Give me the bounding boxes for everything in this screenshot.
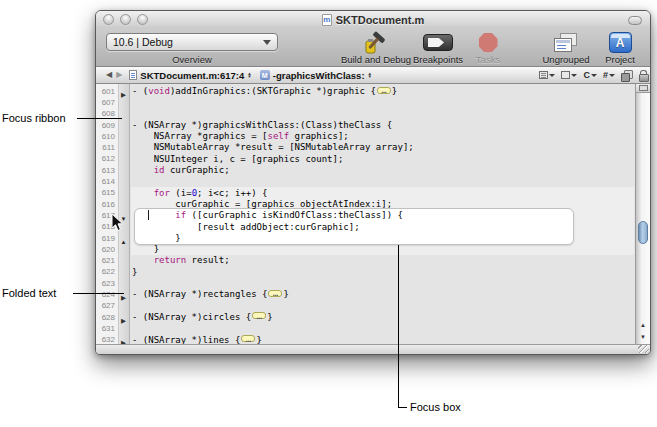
- code-line-613: 613 id curGraphic;: [96, 165, 634, 176]
- code-text: }: [130, 267, 137, 278]
- pragma-marks-menu[interactable]: #: [603, 70, 615, 80]
- tasks-button: Tasks: [463, 30, 513, 65]
- code-line-624: 624▶- (NSArray *)rectangles {…}: [96, 289, 634, 300]
- code-line-608: 608: [96, 109, 634, 120]
- code-text: NSMutableArray *result = [NSMutableArray…: [130, 142, 414, 153]
- code-editor[interactable]: 601▶- (void)addInGraphics:(SKTGraphic *)…: [96, 84, 650, 344]
- resize-grip[interactable]: [638, 345, 649, 353]
- line-number: 621: [96, 257, 117, 265]
- minimize-button[interactable]: [120, 14, 131, 25]
- mouse-cursor-icon: [111, 213, 124, 232]
- focus-ribbon-cell[interactable]: ▶: [117, 332, 130, 344]
- chevron-down-icon: [549, 74, 555, 77]
- code-text: - (NSArray *)circles {…}: [130, 312, 273, 323]
- ungrouped-icon: [531, 30, 601, 55]
- focus-ribbon-cell[interactable]: ▶: [117, 84, 130, 100]
- zoom-button[interactable]: [137, 14, 148, 25]
- class-hierarchy-menu[interactable]: C: [583, 70, 597, 80]
- file-breadcrumb[interactable]: SKTDocument.m:617:4: [140, 70, 244, 81]
- code-line-601: 601▶- (void)addInGraphics:(SKTGraphic *)…: [96, 86, 634, 97]
- line-number: 611: [96, 144, 117, 152]
- fold-disclosure-icon[interactable]: ▶: [121, 91, 126, 98]
- line-number: 628: [96, 314, 117, 322]
- scroll-up-arrow[interactable]: ▲: [636, 319, 650, 331]
- title-bar[interactable]: m SKTDocument.m: [96, 11, 650, 29]
- code-text: id curGraphic;: [130, 165, 230, 176]
- code-line-612: 612 NSUInteger i, c = [graphics count];: [96, 154, 634, 165]
- ungrouped-label: Ungrouped: [531, 55, 601, 65]
- code-line-611: 611 NSMutableArray *result = [NSMutableA…: [96, 142, 634, 153]
- split-view-button[interactable]: [636, 84, 650, 93]
- class-menu-label: C: [583, 70, 590, 80]
- code-line-620: 620 }: [96, 244, 634, 255]
- file-popup-arrows-icon[interactable]: ▲▼: [247, 72, 251, 79]
- bookmarks-menu[interactable]: [539, 71, 555, 79]
- fold-disclosure-icon[interactable]: ▶: [121, 317, 126, 324]
- code-line-618: 618 [result addObject:curGraphic];: [96, 222, 634, 233]
- line-number: 613: [96, 167, 117, 175]
- code-line-616: 616 curGraphic = [graphics objectAtIndex…: [96, 199, 634, 210]
- file-mini-icon: [129, 70, 137, 80]
- line-number: 615: [96, 189, 117, 197]
- code-line-617: 617▼ if ([curGraphic isKindOfClass:theCl…: [96, 210, 634, 221]
- focus-ribbon-cell[interactable]: ▶: [117, 310, 130, 326]
- scrollbar-thumb[interactable]: [638, 221, 648, 244]
- folded-code-badge[interactable]: …: [268, 290, 282, 297]
- line-number: 609: [96, 122, 117, 130]
- method-breadcrumb[interactable]: -graphicsWithClass:: [273, 70, 365, 81]
- line-number: 627: [96, 302, 117, 310]
- scroll-down-arrow[interactable]: ▼: [636, 331, 650, 343]
- code-text: curGraphic = [graphics objectAtIndex:i];: [130, 199, 392, 210]
- code-line-609: 609- (NSArray *)graphicsWithClass:(Class…: [96, 120, 634, 131]
- project-button[interactable]: A Project: [595, 30, 645, 65]
- navbar-right-controls: C #: [539, 67, 647, 83]
- line-number: 622: [96, 268, 117, 276]
- line-number: 631: [96, 325, 117, 333]
- project-icon: A: [595, 30, 645, 55]
- toolbar-toggle-button[interactable]: [628, 16, 642, 25]
- code-line-622: 622}: [96, 267, 634, 278]
- status-strip: [96, 344, 650, 354]
- chevron-down-icon: [591, 74, 597, 77]
- ungrouped-button[interactable]: Ungrouped: [531, 30, 601, 65]
- code-text: [result addObject:curGraphic];: [130, 222, 360, 233]
- line-number: 616: [96, 201, 117, 209]
- code-text: if ([curGraphic isKindOfClass:theClass])…: [130, 210, 403, 221]
- fold-up-arrow-icon[interactable]: ▲: [121, 239, 127, 245]
- breakpoints-mini-icon: [561, 71, 570, 79]
- popup-arrow-icon: [263, 40, 271, 45]
- code-line-615: 615 for (i=0; i<c; i++) {: [96, 188, 634, 199]
- code-text: - (NSArray *)rectangles {…}: [130, 289, 289, 300]
- line-number: 623: [96, 280, 117, 288]
- method-badge: M: [260, 70, 270, 80]
- code-line-607: 607: [96, 97, 634, 108]
- code-text: - (NSArray *)graphicsWithClass:(Class)th…: [130, 120, 392, 131]
- focus-ribbon-callout-line: [77, 118, 122, 119]
- back-arrow-icon[interactable]: ◀: [106, 71, 112, 79]
- text-caret: [148, 210, 149, 220]
- bookmarks-icon: [539, 71, 548, 79]
- folded-code-badge[interactable]: …: [377, 87, 391, 94]
- counterparts-icon[interactable]: [621, 70, 632, 80]
- fold-disclosure-icon[interactable]: ▶: [121, 294, 126, 301]
- close-button[interactable]: [103, 14, 114, 25]
- focus-box-annotation: Focus box: [410, 401, 461, 413]
- fold-disclosure-icon[interactable]: ▶: [121, 339, 126, 344]
- lock-icon[interactable]: [638, 70, 647, 81]
- method-popup-arrows-icon[interactable]: ▲▼: [368, 72, 372, 79]
- folded-code-badge[interactable]: …: [241, 335, 255, 342]
- line-number: 601: [96, 88, 117, 96]
- overview-popup[interactable]: 10.6 | Debug: [106, 33, 278, 51]
- focus-ribbon-cell[interactable]: ▲: [117, 231, 130, 247]
- line-number: 620: [96, 246, 117, 254]
- code-rows: 601▶- (void)addInGraphics:(SKTGraphic *)…: [96, 86, 634, 344]
- breakpoints-menu[interactable]: [561, 71, 577, 79]
- code-line-614: 614: [96, 176, 634, 187]
- vertical-scrollbar[interactable]: ▲ ▼: [635, 84, 650, 344]
- forward-arrow-icon[interactable]: ▶: [116, 71, 122, 79]
- folded-code-badge[interactable]: …: [252, 312, 266, 319]
- code-text: for (i=0; i<c; i++) {: [130, 188, 268, 199]
- code-text: }: [130, 244, 159, 255]
- folded-text-annotation: Folded text: [2, 287, 56, 299]
- focus-ribbon-cell[interactable]: ▶: [117, 287, 130, 303]
